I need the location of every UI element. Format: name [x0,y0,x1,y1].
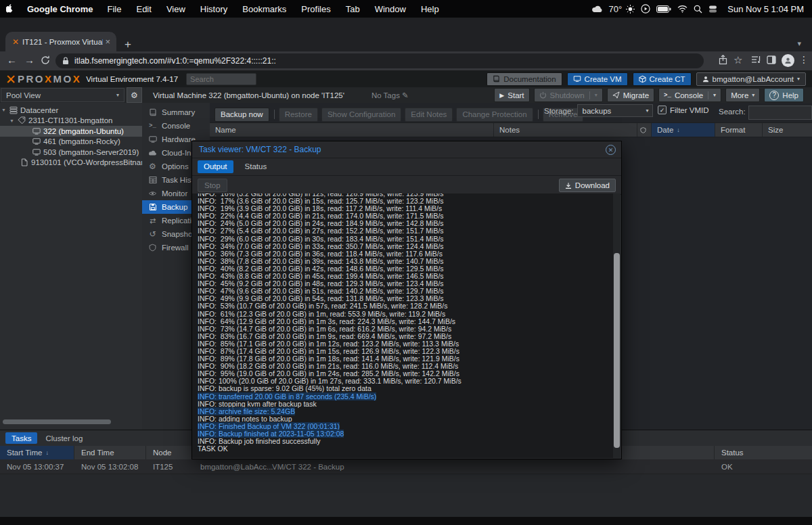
start-button[interactable]: ▶Start [494,88,529,102]
column-header-end-time[interactable]: End Time [74,446,146,459]
wifi-icon[interactable] [677,5,687,13]
weather-cloud-icon[interactable] [591,5,603,13]
create-ct-button[interactable]: Create CT [633,72,692,86]
migrate-button[interactable]: Migrate [607,88,654,102]
share-icon[interactable] [719,55,727,65]
tab-cluster-log[interactable]: Cluster log [45,434,83,442]
tab-tasks[interactable]: Tasks [5,432,37,444]
bookmark-star-icon[interactable]: ☆ [734,54,742,66]
button-divider [708,91,708,99]
shutdown-button[interactable]: Shutdown▾ [534,88,603,102]
play-icon: ▶ [499,92,504,99]
side-panel-icon[interactable] [767,55,776,64]
tab-output[interactable]: Output [198,160,233,173]
pencil-icon[interactable]: ✎ [402,91,409,99]
battery-icon[interactable] [656,5,671,13]
restore-button[interactable]: Restore [279,108,318,122]
column-header-format[interactable]: Format [715,123,763,137]
nav-item-summary[interactable]: Summary [142,106,210,119]
create-vm-button[interactable]: Create VM [567,72,628,86]
backup-now-button[interactable]: Backup now [215,108,269,122]
column-header-name[interactable]: Name [210,123,494,137]
documentation-button[interactable]: Documentation [487,72,562,86]
forward-icon[interactable]: → [24,54,35,66]
tree-horizontal-scrollbar[interactable] [3,419,111,424]
user-menu-button[interactable]: bmgatton@LabAccount ▾ [696,72,806,86]
control-center-icon[interactable] [708,5,717,14]
tab-close-icon[interactable]: × [103,37,112,47]
menubar-menu-tab[interactable]: Tab [338,4,367,14]
menubar-clock[interactable]: Sun Nov 5 1:04 PM [727,4,804,14]
filter-vmid-checkbox[interactable]: ✓ Filter VMID [658,106,709,114]
tab-list-chevron-icon[interactable]: ▾ [797,39,801,48]
tree-expand-caret-icon[interactable]: ▼ [1,108,6,112]
global-search-input[interactable] [186,73,256,85]
menubar-app-name[interactable]: Google Chrome [27,4,93,14]
spotlight-search-icon[interactable] [694,5,702,14]
column-header-start-time[interactable]: Start Time ↓ [0,446,74,459]
log-scrollbar-thumb[interactable] [614,253,620,448]
new-tab-button[interactable]: + [125,38,131,51]
browser-tab[interactable]: ✕ IT121 - Proxmox Virtual Enviro × [5,32,116,51]
menubar-menu-edit[interactable]: Edit [129,4,158,14]
column-header-size[interactable]: Size [763,123,812,137]
menubar-menu-file[interactable]: File [100,4,129,14]
menubar-menu-profiles[interactable]: Profiles [294,4,338,14]
menubar-menu-window[interactable]: Window [367,4,413,14]
help-button[interactable]: ?Help [764,88,804,102]
view-mode-select[interactable]: Pool View ▾ [1,88,125,102]
column-header-node[interactable]: Node [146,446,194,459]
log-scrollbar[interactable] [613,193,621,458]
temperature-status[interactable]: 70° [609,4,635,14]
task-log[interactable]: INFO: 16% (3.2 GiB of 20.0 GiB) in 12s, … [192,193,613,458]
tree-item-datacenter[interactable]: ▼Datacenter [0,105,142,116]
tree-item-322[interactable]: 322 (bmgatton-Ubuntu) [0,126,142,137]
storage-select[interactable]: backups ▾ [577,104,653,117]
menubar-menu-view[interactable]: View [159,4,193,14]
profile-avatar[interactable] [782,54,794,67]
chrome-menu-icon[interactable]: ⋮ [799,54,809,65]
reading-list-icon[interactable] [751,55,761,64]
window-bottom-edge [0,517,812,525]
task-row[interactable]: Nov 05 13:00:37 Nov 05 13:02:08 IT125 bm… [0,459,812,474]
menubar-menu-history[interactable]: History [193,4,235,14]
column-header-protected[interactable] [637,123,652,137]
menubar-menu-help[interactable]: Help [413,4,447,14]
nav-item-label: Summary [162,108,195,116]
column-header-notes[interactable]: Notes [494,123,637,137]
reload-icon[interactable] [41,55,50,65]
nav-item-console[interactable]: >_Console [142,119,210,133]
tree-item-label: 9130101 (VCO-WordpressBitnami-v23060 [31,158,143,166]
change-protection-button[interactable]: Change Protection [456,108,533,122]
tree-item-461[interactable]: 461 (bmgatton-Rocky) [0,137,142,147]
tree-item-label: 322 (bmgatton-Ubuntu) [43,127,124,135]
checkbox-checked-icon[interactable]: ✓ [658,106,667,114]
close-icon[interactable]: ✕ [606,145,616,155]
console-button[interactable]: >_Console▾ [658,88,721,102]
view-settings-button[interactable]: ⚙ [127,87,142,103]
tab-status[interactable]: Status [239,160,273,173]
column-header-status[interactable]: Status [715,446,812,459]
download-button[interactable]: Download [559,179,616,192]
menubar-menu-bookmarks[interactable]: Bookmarks [235,4,294,14]
edit-notes-button[interactable]: Edit Notes [405,108,453,122]
stop-button[interactable]: Stop [198,179,227,192]
back-icon[interactable]: ← [7,54,17,66]
tree-item-2311-cti1301-bmgatton[interactable]: ▼2311-CTI1301-bmgatton [0,116,142,127]
url-bar[interactable]: itlab.fsemergingtech.com/#v1:0:=qemu%2F3… [55,53,704,68]
more-button[interactable]: More▾ [725,88,760,102]
tree-item-503[interactable]: 503 (bmgatton-Server2019) [0,147,142,158]
tree-expand-caret-icon[interactable]: ▼ [9,118,14,123]
console-icon: >_ [664,92,671,99]
nav-item-label: Console [162,122,190,130]
tree-item-9130101[interactable]: 9130101 (VCO-WordpressBitnami-v23060 [0,158,142,168]
backup-search-input[interactable] [748,106,812,120]
proxmox-wordmark: PROXMOX [18,73,81,85]
column-header-date[interactable]: Date ↓ [652,123,715,137]
tags-label[interactable]: No Tags ✎ [371,91,409,100]
play-circle-icon[interactable] [641,4,650,14]
show-configuration-button[interactable]: Show Configuration [321,108,401,122]
vm-icon [32,148,41,156]
console-icon: >_ [148,122,157,131]
apple-icon[interactable] [0,4,20,14]
